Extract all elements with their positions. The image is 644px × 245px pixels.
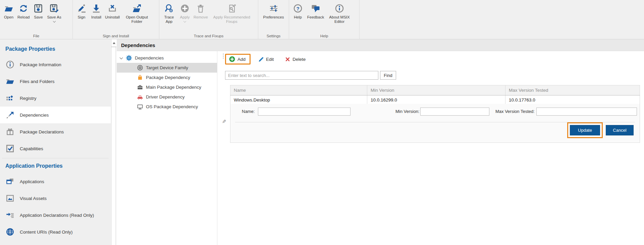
sidebar-scrollbar[interactable]: [111, 39, 116, 245]
tree-node-target-device-family[interactable]: Target Device Family: [117, 63, 217, 73]
monitor-icon: [137, 104, 143, 110]
ribbon-group-sign-and-install-label: Sign and Install: [73, 34, 159, 38]
add-button[interactable]: Add: [226, 55, 250, 64]
edit-button[interactable]: Edit: [255, 54, 277, 64]
registry-blocks-icon: [5, 93, 15, 103]
dependencies-grid: Name Min Version Max Version Tested Wind…: [230, 85, 640, 105]
reload-button[interactable]: Reload: [16, 1, 31, 19]
about-msix-editor-button[interactable]: About MSIX Editor: [326, 1, 353, 24]
tree-node-os-package-dependency[interactable]: OS Package Dependency: [117, 102, 217, 112]
open-output-folder-button-label: Open Output Folder: [122, 15, 151, 24]
preferences-button[interactable]: Preferences: [261, 1, 287, 19]
feedback-bubbles-icon: [311, 3, 320, 14]
find-button[interactable]: Find: [380, 71, 396, 80]
open-output-folder-button[interactable]: Open Output Folder: [121, 1, 153, 24]
sidebar-item-files-and-folders[interactable]: Files and Folders: [0, 73, 111, 90]
row-edit-pencil-icon: ✎: [222, 119, 226, 125]
ribbon-toolbar: Open Reload Save Save As: [0, 0, 644, 39]
ribbon-group-trace-and-fixups: Trace App Apply Remove Apply Recommend: [159, 0, 258, 39]
grid-toolbar: Add Edit Delete: [225, 52, 309, 66]
sidebar-item-dependencies[interactable]: Dependencies: [0, 107, 111, 123]
sidebar-item-visual-assets[interactable]: Visual Assets: [0, 190, 111, 207]
sidebar-item-application-declarations[interactable]: Application Declarations (Read Only): [0, 207, 111, 223]
save-icon: [34, 3, 43, 14]
shopping-bag-icon: [137, 74, 143, 81]
tree-node-driver-dependency[interactable]: Driver Dependency: [117, 92, 217, 102]
grid-search-row: Find: [225, 71, 396, 80]
tree-node-label: OS Package Dependency: [146, 104, 198, 109]
sidebar-item-registry[interactable]: Registry: [0, 90, 111, 107]
sign-button[interactable]: Sign: [74, 1, 89, 19]
tree-node-label: Driver Dependency: [146, 94, 185, 99]
name-field[interactable]: [258, 108, 351, 116]
max-version-tested-field[interactable]: [536, 108, 637, 116]
save-as-button[interactable]: Save As: [46, 1, 62, 22]
application-properties-heading: Application Properties: [0, 158, 111, 173]
tree-node-dependencies[interactable]: Dependencies: [117, 53, 217, 63]
tree-node-label: Package Dependency: [146, 75, 190, 80]
folder-icon: [5, 77, 15, 86]
add-plus-icon: [229, 56, 235, 62]
target-icon: [137, 65, 143, 71]
sidebar-item-label: Package Information: [20, 62, 61, 67]
grid-data-row[interactable]: Windows.Desktop 10.0.16299.0 10.0.17763.…: [230, 95, 640, 105]
name-field-label: Name:: [242, 109, 255, 114]
grid-header-row: Name Min Version Max Version Tested: [230, 85, 640, 95]
install-button-label: Install: [91, 15, 101, 19]
sidebar-item-applications[interactable]: Applications: [0, 173, 111, 190]
column-header-max-version-tested[interactable]: Max Version Tested: [505, 85, 640, 95]
sidebar-item-capabilities[interactable]: Capabilities: [0, 140, 111, 157]
sidebar-item-package-declarations[interactable]: Package Declarations: [0, 123, 111, 140]
save-as-dropdown-chevron-icon[interactable]: [53, 20, 55, 23]
info-circle-icon: [5, 60, 15, 69]
tree-node-main-package-dependency[interactable]: Main Package Dependency: [117, 82, 217, 92]
install-arrow-icon: [92, 3, 101, 14]
update-button[interactable]: Update: [570, 125, 600, 135]
about-info-icon: [335, 3, 344, 14]
remove-button-label: Remove: [194, 15, 208, 19]
ribbon-group-file: Open Reload Save Save As: [0, 0, 73, 39]
dependencies-tree: Dependencies Target Device Family Packag…: [117, 51, 217, 245]
dependency-detail-panel: ⋮ Add Edit Delete Find ✎: [218, 51, 644, 245]
uninstall-button[interactable]: Uninstall: [104, 1, 121, 19]
sidebar-item-package-information[interactable]: Package Information: [0, 56, 111, 73]
arrow-list-icon: [5, 210, 15, 220]
image-icon: [5, 194, 15, 203]
ribbon-group-settings-label: Settings: [258, 34, 289, 38]
ribbon-group-help-label: Help: [289, 34, 359, 38]
apply-button-label: Apply: [180, 15, 190, 19]
app-windows-icon: [5, 177, 15, 186]
install-button[interactable]: Install: [89, 1, 104, 19]
sidebar-item-content-uris[interactable]: Content URIs (Read Only): [0, 223, 111, 240]
reload-icon: [19, 3, 28, 14]
checkbox-icon: [5, 144, 15, 153]
search-input[interactable]: [225, 71, 378, 80]
dependencies-arrow-icon: [5, 110, 15, 120]
feedback-button[interactable]: Feedback: [305, 1, 326, 19]
trace-app-button-label: Trace App: [162, 15, 176, 24]
column-header-min-version[interactable]: Min Version: [367, 85, 505, 95]
apply-recommended-fixups-button[interactable]: Apply Recommended Fixups: [209, 1, 254, 24]
open-folder-icon: [4, 3, 13, 14]
open-button[interactable]: Open: [1, 1, 16, 19]
scrollbar-up-button[interactable]: [111, 39, 116, 47]
gift-box-icon: [5, 127, 15, 136]
cancel-button[interactable]: Cancel: [606, 125, 634, 135]
add-button-label: Add: [237, 57, 246, 62]
save-button[interactable]: Save: [31, 1, 46, 19]
add-button-highlight-annotation: Add: [225, 54, 251, 65]
trace-app-magnifier-icon: [164, 3, 174, 14]
remove-button[interactable]: Remove: [192, 1, 209, 19]
column-header-name[interactable]: Name: [230, 85, 367, 95]
help-button[interactable]: ? Help: [290, 1, 305, 19]
apply-button[interactable]: Apply: [177, 1, 192, 22]
tree-expand-chevron-icon[interactable]: [120, 56, 123, 59]
trace-app-button[interactable]: Trace App: [161, 1, 177, 24]
fixups-document-icon: [227, 3, 236, 14]
tree-node-package-dependency[interactable]: Package Dependency: [117, 73, 217, 82]
tree-node-label: Target Device Family: [146, 65, 188, 70]
delete-button[interactable]: Delete: [282, 55, 309, 64]
svg-text:?: ?: [296, 6, 299, 11]
cell-min-version: 10.0.16299.0: [367, 95, 505, 105]
min-version-field[interactable]: [420, 108, 489, 116]
